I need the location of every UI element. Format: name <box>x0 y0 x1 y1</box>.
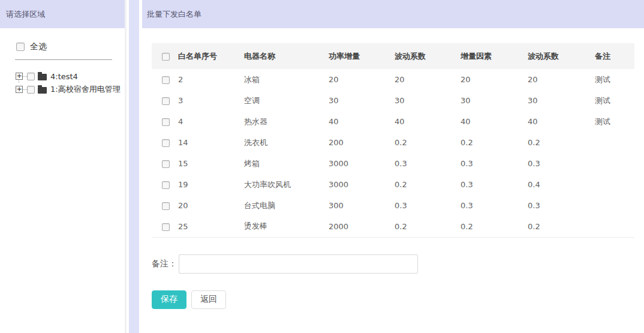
tree-node-checkbox[interactable] <box>27 73 35 80</box>
remark-form-row: 备注： <box>152 254 644 274</box>
action-buttons-row: 保存 返回 <box>152 290 644 309</box>
table-cell: 40 <box>395 111 461 132</box>
table-cell: 20 <box>178 195 244 216</box>
column-header: 电器名称 <box>244 43 329 69</box>
column-header: 增量因素 <box>461 43 528 69</box>
table-row: 25 烫发棒 2000 0.2 0.2 0.2 <box>152 216 634 237</box>
table-cell: 冰箱 <box>244 69 329 90</box>
table-cell: 烤箱 <box>244 153 329 174</box>
panel-divider-strip <box>129 0 139 333</box>
table-cell: 3000 <box>329 153 395 174</box>
table-cell: 0.3 <box>528 153 595 174</box>
select-all-checkbox[interactable] <box>16 43 25 51</box>
table-cell: 热水器 <box>244 111 329 132</box>
folder-icon <box>38 87 47 94</box>
table-cell: 40 <box>528 111 595 132</box>
table-cell: 20 <box>329 69 395 90</box>
table-cell: 30 <box>528 90 595 111</box>
sidebar-title: 请选择区域 <box>0 0 125 28</box>
table-cell: 0.2 <box>395 174 461 195</box>
whitelist-table: 白名单序号 电器名称 功率增量 波动系数 增量因素 波动系数 备注 2 冰箱 2… <box>152 43 634 238</box>
table-cell: 测试 <box>595 90 634 111</box>
table-cell: 空调 <box>244 90 329 111</box>
remark-input[interactable] <box>179 254 418 274</box>
table-cell: 3000 <box>329 174 395 195</box>
column-header: 备注 <box>595 43 634 69</box>
whitelist-table-wrap: 白名单序号 电器名称 功率增量 波动系数 增量因素 波动系数 备注 2 冰箱 2… <box>152 43 644 238</box>
region-tree: + 4:test4 + 1:高校宿舍用电管理 <box>16 70 125 96</box>
table-cell: 30 <box>461 90 528 111</box>
row-checkbox[interactable] <box>162 202 170 210</box>
table-cell: 2000 <box>329 216 395 237</box>
table-cell: 20 <box>395 69 461 90</box>
table-cell: 4 <box>178 111 244 132</box>
tree-node: + 4:test4 <box>16 70 125 83</box>
row-checkbox[interactable] <box>162 139 170 147</box>
column-header: 白名单序号 <box>178 43 244 69</box>
main-panel: 批量下发白名单 白名单序号 电器名称 功率增量 波动系数 增量因素 波动系数 备… <box>142 0 644 333</box>
table-body: 2 冰箱 20 20 20 20 测试 3 空调 30 30 30 30 测试 … <box>152 69 634 237</box>
expand-icon[interactable]: + <box>16 73 23 80</box>
table-cell: 2 <box>178 69 244 90</box>
table-cell: 20 <box>528 69 595 90</box>
tree-node-label[interactable]: 1:高校宿舍用电管理 <box>50 84 121 95</box>
table-row: 2 冰箱 20 20 20 20 测试 <box>152 69 634 90</box>
table-cell <box>595 153 634 174</box>
tree-connector <box>23 76 27 77</box>
table-cell: 15 <box>178 153 244 174</box>
table-cell: 大功率吹风机 <box>244 174 329 195</box>
table-cell: 300 <box>329 195 395 216</box>
table-cell: 测试 <box>595 111 634 132</box>
table-cell: 40 <box>329 111 395 132</box>
tree-node-checkbox[interactable] <box>27 86 35 94</box>
column-header: 功率增量 <box>329 43 395 69</box>
sidebar-divider <box>15 59 112 60</box>
table-cell: 19 <box>178 174 244 195</box>
tree-node-label[interactable]: 4:test4 <box>50 72 78 81</box>
expand-icon[interactable]: + <box>16 86 23 93</box>
table-cell: 台式电脑 <box>244 195 329 216</box>
column-header: 波动系数 <box>395 43 461 69</box>
select-all-label[interactable]: 全选 <box>30 41 47 52</box>
row-checkbox[interactable] <box>162 97 170 105</box>
table-cell: 40 <box>461 111 528 132</box>
back-button[interactable]: 返回 <box>191 290 226 309</box>
table-cell: 0.3 <box>461 195 528 216</box>
select-all-row[interactable]: 全选 <box>16 41 125 52</box>
row-checkbox[interactable] <box>162 181 170 189</box>
table-cell: 200 <box>329 132 395 153</box>
table-cell: 20 <box>461 69 528 90</box>
table-cell: 0.4 <box>528 174 595 195</box>
table-row: 14 洗衣机 200 0.2 0.2 0.2 <box>152 132 634 153</box>
table-cell: 14 <box>178 132 244 153</box>
table-header-row: 白名单序号 电器名称 功率增量 波动系数 增量因素 波动系数 备注 <box>152 43 634 69</box>
save-button[interactable]: 保存 <box>152 290 186 309</box>
row-checkbox[interactable] <box>162 118 170 126</box>
table-cell: 0.3 <box>395 153 461 174</box>
remark-label: 备注： <box>152 259 177 269</box>
table-cell: 30 <box>395 90 461 111</box>
table-cell: 0.3 <box>461 174 528 195</box>
region-sidebar: 请选择区域 全选 + 4:test4 + 1:高校宿舍用电管理 <box>0 0 127 333</box>
table-cell: 0.2 <box>461 216 528 237</box>
table-cell <box>595 216 634 237</box>
table-cell: 25 <box>178 216 244 237</box>
table-cell: 0.2 <box>395 216 461 237</box>
table-cell: 0.2 <box>528 216 595 237</box>
header-select-all-checkbox[interactable] <box>162 53 170 61</box>
page-title: 批量下发白名单 <box>142 0 644 28</box>
table-row: 15 烤箱 3000 0.3 0.3 0.3 <box>152 153 634 174</box>
row-checkbox[interactable] <box>162 76 170 84</box>
table-cell: 3 <box>178 90 244 111</box>
tree-connector <box>23 89 27 90</box>
table-cell: 0.2 <box>528 132 595 153</box>
table-cell <box>595 195 634 216</box>
table-cell: 0.3 <box>528 195 595 216</box>
row-checkbox[interactable] <box>162 223 170 231</box>
table-cell: 烫发棒 <box>244 216 329 237</box>
table-cell: 洗衣机 <box>244 132 329 153</box>
table-cell <box>595 132 634 153</box>
table-row: 4 热水器 40 40 40 40 测试 <box>152 111 634 132</box>
tree-node: + 1:高校宿舍用电管理 <box>16 83 125 96</box>
row-checkbox[interactable] <box>162 160 170 168</box>
